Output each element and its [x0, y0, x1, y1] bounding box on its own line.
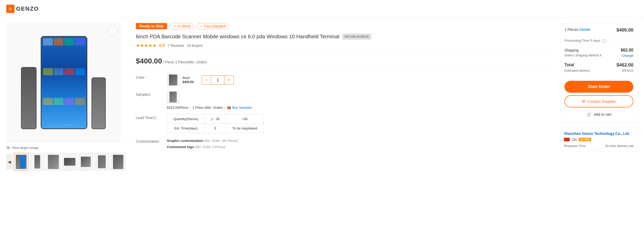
thumbnail-3[interactable]	[46, 153, 61, 171]
color-row: Color : Black $400.00 − +	[136, 74, 550, 86]
color-price: $400.00	[182, 80, 194, 84]
customization-row: Customization: Graphic customization (Mi…	[136, 138, 550, 150]
seller-stats: Response Time On-time delivery rate	[564, 144, 634, 148]
sample-price: $315.00/Piece	[167, 106, 188, 109]
change-link[interactable]: Change	[621, 54, 633, 57]
badge-row: Ready to Ship ✓ In Stock ✓ Fast Dispatch	[136, 23, 550, 29]
custom-item-1: Graphic customization (Min. Order: 100 P…	[167, 138, 238, 144]
response-time-label: Response Time	[564, 144, 585, 148]
delivery-label: Estimated delivery	[564, 69, 590, 72]
total-label: Total	[564, 63, 574, 67]
color-device-icon	[169, 75, 177, 85]
order-pieces-label: 1 Pieces	[564, 27, 578, 32]
qty-input[interactable]	[211, 75, 224, 85]
contact-supplier-button[interactable]: ✉ Contact Supplier	[564, 95, 633, 107]
custom-item-2: Customized logo (Min. Order: 5 Pieces)	[167, 144, 238, 150]
custom-item2-name: Customized logo	[167, 145, 194, 149]
buy-samples-link[interactable]: 📦 Buy Samples	[227, 105, 252, 109]
processing-days: 5 days	[590, 39, 600, 42]
order-details-link[interactable]: Details	[579, 27, 591, 32]
table-header-range2: >30	[226, 114, 264, 124]
rating-row: ★★★★★ 5.0 7 Reviews 10 buyers	[136, 43, 550, 53]
reviews-count: 7 Reviews	[167, 43, 184, 48]
custom-item1-name: Graphic customization	[167, 139, 203, 143]
ontime-label: On-time delivery rate	[605, 144, 634, 148]
lead-time-table-wrapper: Quantity(Pieces) 1 - 30 >30 Est. Time(da…	[167, 114, 264, 133]
thumbnail-4[interactable]	[62, 153, 77, 171]
thumbnail-2[interactable]	[30, 153, 45, 171]
table-cell-val2: To be negotiated	[226, 124, 264, 133]
custom-item2-note: (Min. Order: 5 Pieces)	[195, 145, 225, 149]
thumbnail-strip: ◀	[6, 153, 125, 171]
order-pieces-detail: 1 Pieces Details	[564, 27, 590, 32]
product-details: Ready to Ship ✓ In Stock ✓ Fast Dispatch…	[131, 23, 555, 171]
sample-thumbnail	[167, 91, 179, 103]
buyers-count: 10 buyers	[187, 43, 203, 48]
sample-price-row: $315.00/Piece | 1 Piece (Min. Order) | 📦…	[167, 105, 252, 109]
table-row: Est. Time(days) 5 To be negotiated	[167, 124, 264, 133]
total-price-row: Total $462.00	[564, 62, 633, 68]
customization-content: Graphic customization (Min. Order: 100 P…	[167, 138, 238, 150]
wishlist-button[interactable]: ♡	[108, 26, 117, 35]
delivery-row: Estimated delivery 6/9-6/23	[564, 69, 633, 72]
samples-label: Samples:	[136, 91, 162, 97]
logo-text: GENZO	[16, 5, 39, 12]
shipping-method-row: Seller's Shipping Method 4 Change	[564, 54, 633, 57]
main-container: genzo-tec.en.alibaba.com ♡ ⊕ View larger…	[0, 18, 644, 176]
watermark: genzo-tec.en.alibaba.com	[41, 124, 87, 126]
seller-method-label: Seller's Shipping Method 4	[564, 54, 601, 57]
shipping-section: Shipping $62.00 Seller's Shipping Method…	[564, 48, 633, 60]
qty-increase-button[interactable]: +	[224, 75, 233, 85]
seller-name[interactable]: Shenzhen Genzo Technology Co., Ltd.	[564, 132, 634, 136]
rating-score: 5.0	[159, 43, 165, 48]
color-name: Black	[182, 76, 194, 80]
custom-item1-note: (Min. Order: 100 Pieces)	[204, 139, 238, 143]
product-images: genzo-tec.en.alibaba.com ♡ ⊕ View larger…	[6, 23, 125, 171]
country-code: CN	[572, 138, 577, 142]
check-circle-icon: ✓	[173, 24, 176, 28]
fast-dispatch-badge: ✓ Fast Dispatch	[197, 23, 229, 29]
lead-time-table: Quantity(Pieces) 1 - 30 >30 Est. Time(da…	[167, 114, 264, 133]
processing-time-row: Processing Time 5 days i	[564, 38, 633, 45]
view-larger-link[interactable]: ⊕ View larger image	[6, 145, 125, 150]
qty-decrease-button[interactable]: −	[202, 75, 211, 85]
start-order-button[interactable]: Start Order	[564, 81, 633, 93]
shipping-label: Shipping	[564, 48, 579, 52]
order-panel: 1 Pieces Details $400.00 Processing Time…	[560, 23, 638, 123]
table-header-range1: 1 - 30	[205, 114, 226, 124]
color-swatch	[167, 74, 179, 86]
samples-row: Samples: $315.00/Piece | 1 Piece (Min. O…	[136, 91, 550, 109]
info-icon: i	[602, 39, 606, 43]
total-section: Total $462.00 Estimated delivery 6/9-6/2…	[564, 62, 633, 75]
mail-icon: ✉	[582, 99, 585, 104]
color-options: Black $400.00 − +	[167, 74, 550, 86]
cn-flag	[564, 138, 570, 141]
samples-content: $315.00/Piece | 1 Piece (Min. Order) | 📦…	[167, 91, 252, 109]
star-icons: ★★★★★	[136, 43, 157, 48]
thumbnail-7[interactable]	[111, 153, 125, 171]
color-details: Black $400.00	[182, 76, 194, 84]
color-label: Color :	[136, 74, 162, 79]
thumbnail-6[interactable]	[95, 153, 109, 171]
add-to-cart-button[interactable]: 🛒 Add to cart	[564, 110, 633, 119]
logo-bar: G GENZO	[0, 0, 644, 18]
thumb-prev-button[interactable]: ◀	[6, 154, 12, 170]
seller-panel: Shenzhen Genzo Technology Co., Ltd. CN 1…	[560, 128, 638, 152]
order-price: $400.00	[617, 27, 633, 33]
table-cell-label: Est. Time(days)	[167, 124, 205, 133]
shipping-price-row: Shipping $62.00	[564, 48, 633, 53]
lead-time-row: Lead Timeⓘ: Quantity(Pieces) 1 - 30 >30 …	[136, 114, 550, 133]
thumbnail-1[interactable]	[14, 153, 28, 171]
hot-sale-badge: Hot sale products	[342, 34, 371, 40]
qty-stepper-row: − +	[202, 75, 233, 85]
thumbnail-5[interactable]	[79, 153, 93, 171]
ready-to-ship-badge: Ready to Ship	[136, 23, 167, 29]
color-option-black[interactable]	[167, 74, 179, 86]
in-stock-badge: ✓ In Stock	[170, 23, 194, 29]
zoom-icon: ⊕	[6, 145, 10, 150]
processing-label: Processing Time	[564, 39, 589, 42]
min-order-text: 1 Piece(Min. Order)	[175, 60, 207, 64]
heart-icon: ♡	[110, 28, 115, 34]
customization-label: Customization:	[136, 138, 162, 143]
sample-min-order: 1 Piece (Min. Order)	[193, 106, 223, 109]
